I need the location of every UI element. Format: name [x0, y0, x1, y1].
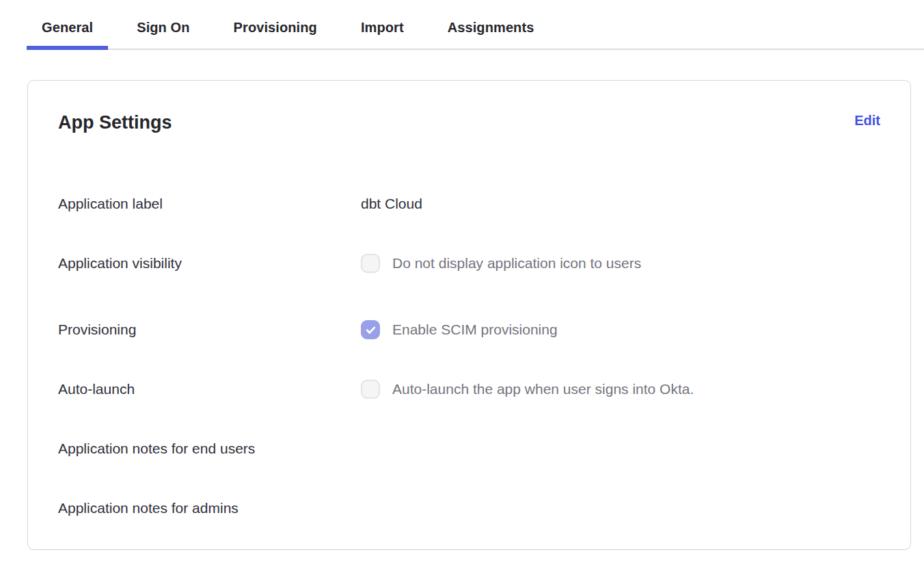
- checkbox[interactable]: [361, 320, 380, 339]
- row-value: dbt Cloud: [361, 196, 422, 212]
- row-label: Application visibility: [58, 255, 361, 272]
- checkbox[interactable]: [361, 254, 380, 273]
- row-value: Do not display application icon to users: [361, 254, 641, 273]
- settings-row: Application label dbt Cloud: [58, 194, 880, 213]
- settings-row: Provisioning Enable SCIM provisioning: [58, 320, 880, 339]
- tab-general[interactable]: General: [27, 0, 108, 49]
- settings-row: Application notes for admins: [58, 499, 880, 518]
- tab-provisioning[interactable]: Provisioning: [219, 0, 332, 49]
- tab-label: Assignments: [448, 20, 534, 35]
- edit-link[interactable]: Edit: [854, 111, 880, 130]
- row-label: Provisioning: [58, 321, 361, 338]
- settings-row: Application notes for end users: [58, 439, 880, 458]
- tab-assignments[interactable]: Assignments: [433, 0, 549, 49]
- tab-label: Sign On: [137, 20, 189, 35]
- settings-row: Auto-launch Auto-launch the app when use…: [58, 380, 880, 399]
- row-label: Application label: [58, 196, 361, 212]
- row-value: Auto-launch the app when user signs into…: [361, 380, 694, 399]
- row-value-text: Auto-launch the app when user signs into…: [392, 381, 694, 397]
- app-settings-card: App Settings Edit Application label dbt …: [27, 80, 911, 550]
- settings-rows: Application label dbt Cloud Application …: [58, 194, 880, 518]
- settings-row: Application visibility Do not display ap…: [58, 254, 880, 273]
- tab-label: General: [42, 20, 93, 35]
- tab-bar: General Sign On Provisioning Import Assi…: [27, 0, 924, 50]
- checkmark-icon: [365, 324, 377, 336]
- tab-label: Import: [361, 20, 404, 35]
- checkbox[interactable]: [361, 380, 380, 399]
- card-title: App Settings: [58, 111, 172, 134]
- tab-label: Provisioning: [234, 20, 317, 35]
- row-label: Application notes for end users: [58, 441, 361, 457]
- row-value-text: dbt Cloud: [361, 196, 422, 212]
- row-value-text: Enable SCIM provisioning: [392, 321, 558, 338]
- row-value-text: Do not display application icon to users: [392, 255, 641, 272]
- row-label: Auto-launch: [58, 381, 361, 397]
- tab-import[interactable]: Import: [346, 0, 419, 49]
- tab-sign-on[interactable]: Sign On: [122, 0, 204, 49]
- row-label: Application notes for admins: [58, 500, 361, 516]
- row-value: Enable SCIM provisioning: [361, 320, 558, 339]
- card-header: App Settings Edit: [58, 111, 880, 134]
